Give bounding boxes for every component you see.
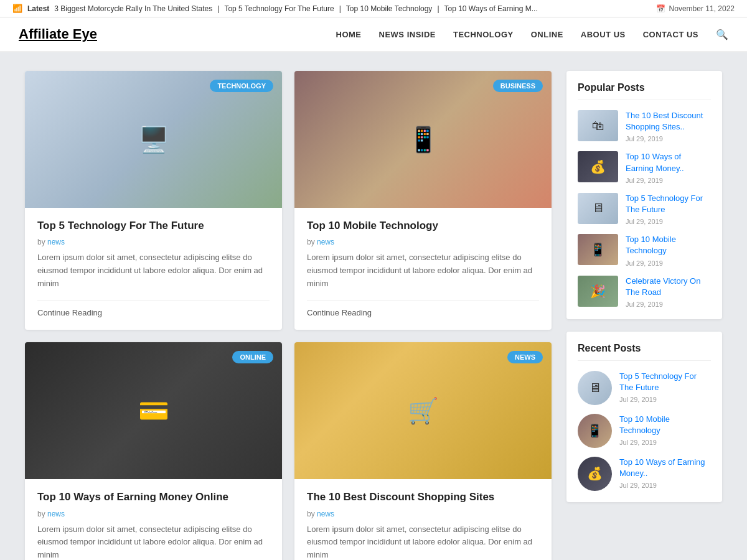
- recent-post-1: 🖥 Top 5 Technology For The Future Jul 29…: [578, 371, 711, 405]
- card-1-body: Top 5 Technology For The Future by news …: [25, 208, 282, 330]
- ticker-item-4: Top 10 Ways of Earning M...: [444, 4, 538, 13]
- card-1-badge: TECHNOLOGY: [210, 80, 273, 92]
- popular-post-4-image: 📱: [578, 234, 618, 265]
- ticker-sep-1: |: [217, 4, 219, 13]
- popular-post-5-info: Celebrate Victory On The Road Jul 29, 20…: [626, 276, 711, 308]
- card-3-excerpt: Lorem ipsum dolor sit amet, consectetur …: [37, 523, 270, 560]
- popular-post-2-title[interactable]: Top 10 Ways of Earning Money..: [626, 151, 711, 174]
- nav-home[interactable]: HOME: [336, 30, 362, 39]
- card-2-title: Top 10 Mobile Technology: [307, 219, 539, 233]
- popular-post-4-title[interactable]: Top 10 Mobile Technology: [626, 234, 711, 256]
- card-4-body: The 10 Best Discount Shopping Sites by n…: [294, 479, 552, 560]
- calendar-icon: 📅: [656, 4, 665, 13]
- recent-post-2: 📱 Top 10 Mobile Technology Jul 29, 2019: [578, 414, 711, 448]
- recent-post-3-info: Top 10 Ways of Earning Money.. Jul 29, 2…: [619, 457, 711, 489]
- recent-post-3: 💰 Top 10 Ways of Earning Money.. Jul 29,…: [578, 457, 711, 491]
- recent-posts-section: Recent Posts 🖥 Top 5 Technology For The …: [566, 332, 722, 502]
- card-1: TECHNOLOGY Top 5 Technology For The Futu…: [25, 71, 282, 330]
- popular-post-4: 📱 Top 10 Mobile Technology Jul 29, 2019: [578, 234, 711, 266]
- popular-post-3-date: Jul 29, 2019: [626, 218, 711, 225]
- recent-post-1-info: Top 5 Technology For The Future Jul 29, …: [619, 371, 711, 403]
- card-1-author[interactable]: news: [47, 238, 65, 246]
- popular-post-2: 💰 Top 10 Ways of Earning Money.. Jul 29,…: [578, 151, 711, 184]
- card-1-by: by news: [37, 238, 270, 246]
- card-3-image-wrap: ONLINE: [25, 342, 282, 479]
- card-4: NEWS The 10 Best Discount Shopping Sites…: [294, 342, 552, 560]
- card-1-excerpt: Lorem ipsum dolor sit amet, consectetur …: [37, 251, 270, 290]
- main-nav: HOME NEWS INSIDE TECHNOLOGY ONLINE ABOUT…: [336, 29, 728, 40]
- nav-about-us[interactable]: ABOUT US: [581, 30, 626, 39]
- card-2-read-more[interactable]: Continue Reading: [307, 300, 539, 317]
- recent-post-3-date: Jul 29, 2019: [619, 482, 711, 489]
- card-3-by: by news: [37, 510, 270, 518]
- card-3-badge: ONLINE: [232, 351, 273, 363]
- card-2-body: Top 10 Mobile Technology by news Lorem i…: [294, 208, 552, 330]
- content-area: TECHNOLOGY Top 5 Technology For The Futu…: [25, 71, 552, 560]
- ticker-item-1: 3 Biggest Motorcycle Rally In The United…: [54, 4, 212, 13]
- recent-post-1-title[interactable]: Top 5 Technology For The Future: [619, 371, 711, 393]
- popular-post-3: 🖥 Top 5 Technology For The Future Jul 29…: [578, 193, 711, 225]
- popular-post-3-title[interactable]: Top 5 Technology For The Future: [626, 193, 711, 215]
- ticker-date: 📅 November 11, 2022: [656, 4, 735, 13]
- card-2-badge: BUSINESS: [493, 80, 543, 92]
- popular-post-4-info: Top 10 Mobile Technology Jul 29, 2019: [626, 234, 711, 266]
- popular-post-5-date: Jul 29, 2019: [626, 301, 711, 308]
- popular-post-3-image: 🖥: [578, 193, 618, 224]
- cards-grid: TECHNOLOGY Top 5 Technology For The Futu…: [25, 71, 552, 560]
- card-4-image-wrap: NEWS: [294, 342, 552, 479]
- recent-post-2-title[interactable]: Top 10 Mobile Technology: [619, 414, 711, 436]
- ticker-sep-2: |: [339, 4, 341, 13]
- card-4-by: by news: [307, 510, 539, 518]
- popular-post-2-info: Top 10 Ways of Earning Money.. Jul 29, 2…: [626, 151, 711, 184]
- date-text: November 11, 2022: [669, 4, 735, 13]
- recent-post-2-date: Jul 29, 2019: [619, 439, 711, 446]
- recent-post-3-image: 💰: [578, 457, 612, 491]
- popular-post-2-date: Jul 29, 2019: [626, 177, 711, 184]
- popular-post-1-title[interactable]: The 10 Best Discount Shopping Sites..: [626, 110, 711, 133]
- recent-post-3-title[interactable]: Top 10 Ways of Earning Money..: [619, 457, 711, 479]
- recent-post-1-image: 🖥: [578, 371, 612, 405]
- popular-post-1-image: 🛍: [578, 110, 618, 141]
- card-2-author[interactable]: news: [317, 238, 334, 246]
- recent-posts-title: Recent Posts: [578, 343, 711, 361]
- ticker-item-2: Top 5 Technology For The Future: [224, 4, 334, 13]
- card-1-title: Top 5 Technology For The Future: [37, 219, 270, 233]
- popular-post-2-image: 💰: [578, 151, 618, 182]
- card-4-author[interactable]: news: [317, 510, 334, 518]
- card-4-badge: NEWS: [507, 351, 543, 363]
- card-2: BUSINESS Top 10 Mobile Technology by new…: [294, 71, 552, 330]
- card-4-title: The 10 Best Discount Shopping Sites: [307, 490, 539, 504]
- popular-post-1-date: Jul 29, 2019: [626, 135, 711, 142]
- recent-post-1-date: Jul 29, 2019: [619, 396, 711, 403]
- popular-post-5-image: 🎉: [578, 276, 618, 307]
- recent-post-2-image: 📱: [578, 414, 612, 448]
- wifi-icon: 📶: [12, 4, 22, 13]
- search-button[interactable]: 🔍: [716, 29, 728, 40]
- card-4-excerpt: Lorem ipsum dolor sit amet, consectetur …: [307, 523, 539, 560]
- popular-post-5-title[interactable]: Celebrate Victory On The Road: [626, 276, 711, 298]
- nav-technology[interactable]: TECHNOLOGY: [453, 30, 514, 39]
- card-1-read-more[interactable]: Continue Reading: [37, 300, 270, 317]
- nav-contact-us[interactable]: CONTACT US: [643, 30, 698, 39]
- ticker-left: 📶 Latest 3 Biggest Motorcycle Rally In T…: [12, 4, 538, 13]
- card-2-by: by news: [307, 238, 539, 246]
- ticker-label: Latest: [27, 4, 49, 13]
- popular-post-4-date: Jul 29, 2019: [626, 259, 711, 267]
- card-3: ONLINE Top 10 Ways of Earning Money Onli…: [25, 342, 282, 560]
- ticker-sep-3: |: [437, 4, 439, 13]
- main-wrapper: TECHNOLOGY Top 5 Technology For The Futu…: [12, 71, 735, 560]
- popular-posts-title: Popular Posts: [578, 82, 711, 100]
- site-logo[interactable]: Affiliate Eye: [19, 26, 97, 42]
- nav-news-inside[interactable]: NEWS INSIDE: [379, 30, 436, 39]
- nav-online[interactable]: ONLINE: [531, 30, 563, 39]
- card-3-title: Top 10 Ways of Earning Money Online: [37, 490, 270, 504]
- popular-post-5: 🎉 Celebrate Victory On The Road Jul 29, …: [578, 276, 711, 308]
- popular-posts-section: Popular Posts 🛍 The 10 Best Discount Sho…: [566, 71, 722, 319]
- card-2-excerpt: Lorem ipsum dolor sit amet, consectetur …: [307, 251, 539, 290]
- popular-post-3-info: Top 5 Technology For The Future Jul 29, …: [626, 193, 711, 225]
- card-3-author[interactable]: news: [47, 510, 65, 518]
- ticker-item-3: Top 10 Mobile Technology: [346, 4, 433, 13]
- card-1-image-wrap: TECHNOLOGY: [25, 71, 282, 208]
- popular-post-1-info: The 10 Best Discount Shopping Sites.. Ju…: [626, 110, 711, 142]
- recent-post-2-info: Top 10 Mobile Technology Jul 29, 2019: [619, 414, 711, 446]
